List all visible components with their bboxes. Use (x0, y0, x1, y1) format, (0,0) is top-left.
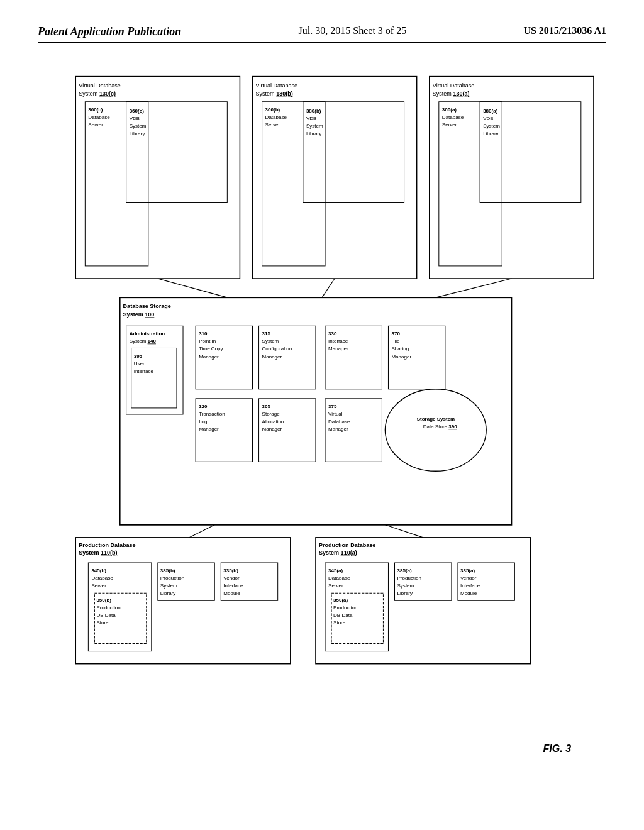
svg-text:Server: Server (442, 122, 457, 128)
svg-text:User: User (134, 361, 145, 367)
svg-text:Interface: Interface (328, 338, 348, 344)
diagram-area: Production Database System 110(b) 345(b)… (38, 56, 606, 785)
header-right: US 2015/213036 A1 (523, 25, 606, 36)
svg-text:Data Store 390: Data Store 390 (423, 424, 457, 429)
svg-text:System: System (306, 123, 323, 129)
svg-text:Store: Store (333, 620, 346, 626)
svg-text:Library: Library (306, 131, 322, 136)
svg-text:Configuration: Configuration (262, 346, 292, 352)
svg-rect-98 (126, 102, 228, 203)
svg-text:Library: Library (160, 590, 176, 596)
svg-text:Manager: Manager (328, 346, 348, 352)
svg-text:Production Database: Production Database (319, 542, 375, 548)
svg-text:360(c): 360(c) (88, 107, 103, 113)
svg-rect-110 (303, 102, 404, 203)
svg-text:345(a): 345(a) (328, 568, 343, 573)
svg-text:Manager: Manager (391, 354, 411, 360)
svg-text:DB Data: DB Data (96, 612, 116, 618)
svg-text:Production: Production (333, 605, 357, 611)
svg-text:System: System (397, 583, 414, 589)
page: Patent Application Publication Jul. 30, … (0, 0, 644, 830)
svg-text:320: 320 (199, 404, 208, 409)
svg-text:Manager: Manager (199, 354, 219, 360)
svg-text:Library: Library (130, 131, 145, 136)
svg-text:Production: Production (96, 605, 120, 611)
svg-text:335(b): 335(b) (223, 568, 238, 573)
svg-text:VDB: VDB (483, 116, 493, 121)
svg-text:Server: Server (88, 122, 103, 128)
svg-text:Virtual Database: Virtual Database (433, 82, 475, 89)
svg-text:Manager: Manager (262, 426, 282, 432)
svg-text:330: 330 (328, 331, 337, 336)
svg-text:Interface: Interface (134, 368, 154, 374)
svg-text:Store: Store (96, 620, 109, 626)
svg-text:Storage: Storage (262, 411, 280, 417)
svg-text:385(a): 385(a) (397, 568, 413, 573)
svg-text:345(b): 345(b) (91, 568, 106, 573)
svg-text:310: 310 (199, 331, 208, 336)
svg-text:350(b): 350(b) (96, 597, 111, 603)
svg-text:Database: Database (442, 114, 464, 120)
header-left: Patent Application Publication (38, 25, 181, 38)
svg-text:Log: Log (199, 419, 207, 424)
svg-text:System 130(b): System 130(b) (256, 91, 293, 97)
svg-rect-122 (480, 102, 581, 203)
svg-text:395: 395 (134, 353, 143, 359)
svg-line-127 (158, 279, 227, 297)
svg-text:360(a): 360(a) (442, 107, 457, 113)
svg-text:Database: Database (328, 575, 350, 581)
svg-text:Point In: Point In (199, 338, 216, 344)
svg-text:Virtual: Virtual (328, 411, 343, 417)
svg-text:360(b): 360(b) (265, 107, 280, 113)
svg-line-131 (385, 525, 423, 538)
svg-text:System: System (130, 123, 147, 129)
svg-text:System 130(a): System 130(a) (433, 91, 470, 97)
svg-text:385(b): 385(b) (160, 568, 175, 573)
svg-text:Server: Server (91, 583, 106, 589)
svg-text:Database: Database (91, 575, 113, 581)
svg-text:System 130(c): System 130(c) (79, 91, 116, 97)
svg-line-130 (189, 525, 214, 538)
svg-text:315: 315 (262, 331, 271, 336)
svg-line-129 (436, 279, 512, 297)
svg-text:System 100: System 100 (123, 311, 155, 318)
svg-text:Vendor: Vendor (460, 575, 477, 581)
svg-text:Manager: Manager (328, 426, 348, 432)
svg-text:Time Copy: Time Copy (199, 346, 223, 352)
svg-text:System 140: System 140 (130, 338, 157, 344)
svg-text:Manager: Manager (262, 354, 282, 360)
svg-text:Production: Production (160, 575, 184, 581)
header: Patent Application Publication Jul. 30, … (38, 25, 606, 43)
svg-text:Production: Production (397, 575, 421, 581)
svg-text:DB Data: DB Data (333, 612, 353, 618)
svg-text:File: File (391, 338, 399, 344)
svg-text:375: 375 (328, 404, 337, 409)
svg-text:Manager: Manager (199, 426, 219, 432)
svg-line-128 (322, 279, 335, 297)
svg-text:VDB: VDB (130, 116, 140, 121)
svg-text:Administration: Administration (130, 331, 165, 336)
svg-text:System: System (483, 123, 500, 129)
svg-text:370: 370 (391, 331, 400, 336)
svg-text:Library: Library (397, 590, 413, 596)
svg-text:Database Storage: Database Storage (123, 303, 171, 309)
header-center: Jul. 30, 2015 Sheet 3 of 25 (299, 25, 407, 36)
svg-point-88 (385, 389, 486, 472)
svg-text:Interface: Interface (460, 583, 480, 589)
svg-text:System: System (262, 338, 279, 344)
svg-text:Virtual Database: Virtual Database (256, 82, 298, 89)
svg-text:335(a): 335(a) (460, 568, 475, 573)
svg-text:350(a): 350(a) (333, 597, 348, 603)
svg-text:Transaction: Transaction (199, 411, 225, 417)
svg-text:Server: Server (265, 122, 280, 128)
svg-text:System 110(b): System 110(b) (79, 550, 117, 556)
svg-text:Server: Server (328, 583, 343, 589)
svg-text:Sharing: Sharing (391, 346, 409, 352)
svg-text:Module: Module (460, 590, 477, 596)
svg-text:Library: Library (483, 131, 499, 136)
svg-text:365: 365 (262, 404, 271, 409)
svg-text:Database: Database (88, 114, 110, 120)
svg-text:VDB: VDB (306, 116, 316, 121)
svg-text:360(c): 360(c) (130, 108, 145, 114)
svg-text:380(a): 380(a) (483, 108, 498, 114)
